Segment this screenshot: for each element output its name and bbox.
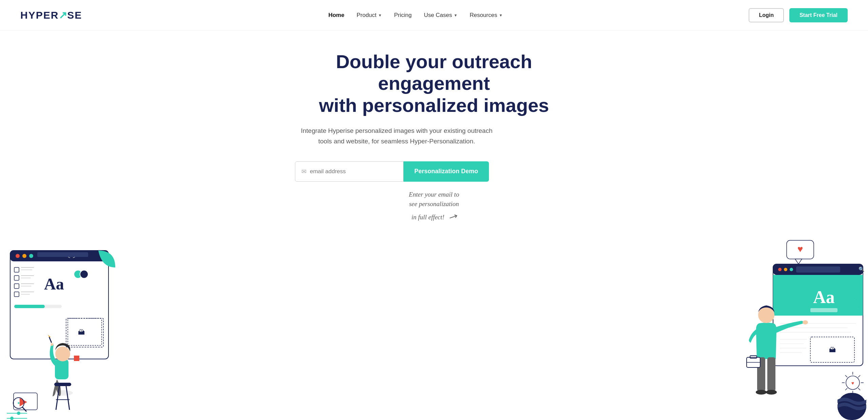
hero-form: ✉ Personalization Demo [295,161,573,182]
svg-point-3 [22,254,26,258]
nav-links: Home Product ▼ Pricing Use Cases ▼ Resou… [328,12,502,19]
svg-text:Aa: Aa [44,275,64,293]
nav-item-home[interactable]: Home [328,12,344,19]
svg-line-88 [845,388,847,390]
logo-arrow: ↗ [59,9,67,21]
nav-link-home[interactable]: Home [328,12,344,19]
hero-subtitle: Integrate Hyperise personalized images w… [295,126,498,146]
svg-point-53 [784,268,787,271]
svg-marker-48 [795,259,802,264]
hero-title: Double your outreach engagement with per… [295,51,573,116]
nav-link-product[interactable]: Product ▼ [357,12,382,19]
svg-text:♥: ♥ [797,244,803,254]
demo-button[interactable]: Personalization Demo [403,161,489,182]
svg-point-74 [766,390,777,395]
logo-text-hy: HYPER [20,9,59,21]
login-button[interactable]: Login [749,8,784,22]
svg-point-40 [10,417,14,420]
nav-link-usecases[interactable]: Use Cases ▼ [424,12,457,19]
email-icon: ✉ [301,168,307,175]
svg-rect-45 [74,356,79,361]
svg-text:🏔: 🏔 [78,328,85,336]
email-input[interactable] [310,168,397,175]
svg-line-42 [22,407,26,412]
nav-item-product[interactable]: Product ▼ [357,12,382,19]
svg-line-86 [845,375,847,377]
nav-link-pricing[interactable]: Pricing [394,12,412,19]
nav-link-usecases-label: Use Cases [424,12,452,19]
left-illustration: < > Aa 🏔 [0,230,122,420]
svg-line-89 [858,388,860,390]
svg-point-70 [803,320,808,324]
nav-item-resources[interactable]: Resources ▼ [470,12,502,19]
email-input-wrapper: ✉ [295,161,403,182]
hero-title-line2: with personalized images [319,95,549,116]
chevron-down-icon: ▼ [378,13,382,17]
svg-text:🔍: 🔍 [859,266,865,272]
nav-link-resources[interactable]: Resources ▼ [470,12,502,19]
hero-hint: Enter your email to see personalization … [295,190,573,223]
hero-section: < > Aa 🏔 [0,31,868,420]
svg-point-38 [17,412,20,415]
logo-text-ise: SE [67,9,82,21]
svg-rect-6 [37,252,88,257]
svg-rect-72 [767,357,775,391]
navbar: HYPER↗SE Home Product ▼ Pricing Use Case… [0,0,868,31]
svg-point-4 [29,254,33,258]
svg-point-52 [778,268,782,271]
svg-point-2 [16,254,20,258]
nav-link-resources-label: Resources [470,12,497,19]
svg-rect-59 [810,308,837,312]
svg-rect-34 [54,383,71,386]
svg-text:♥: ♥ [851,380,854,386]
svg-line-32 [66,386,70,410]
svg-point-54 [790,268,793,271]
svg-line-87 [858,375,860,377]
svg-rect-55 [796,266,840,273]
svg-text:Aa: Aa [813,287,835,307]
svg-point-73 [756,390,767,395]
svg-text:✦: ✦ [853,297,857,302]
nav-item-pricing[interactable]: Pricing [394,12,412,19]
nav-item-usecases[interactable]: Use Cases ▼ [424,12,457,19]
svg-text:✦: ✦ [858,305,861,309]
chevron-down-icon-2: ▼ [454,13,457,17]
logo[interactable]: HYPER↗SE [20,9,82,21]
hint-arrow-icon: ↗ [447,208,459,224]
chevron-down-icon-3: ▼ [499,13,502,17]
svg-point-23 [80,270,88,278]
svg-point-28 [55,346,70,361]
hero-title-line1: Double your outreach engagement [336,51,532,94]
right-illustration: ♥ 🔍 Aa 🏔 [732,237,868,420]
svg-text:🏔: 🏔 [829,346,836,354]
svg-rect-20 [14,305,45,308]
nav-link-product-label: Product [357,12,377,19]
start-trial-button[interactable]: Start Free Trial [789,8,848,22]
hint-line2: see personalization [409,200,459,207]
hint-line1: Enter your email to [409,191,459,198]
nav-actions: Login Start Free Trial [749,8,848,22]
hint-line3: in full effect! [412,214,445,221]
